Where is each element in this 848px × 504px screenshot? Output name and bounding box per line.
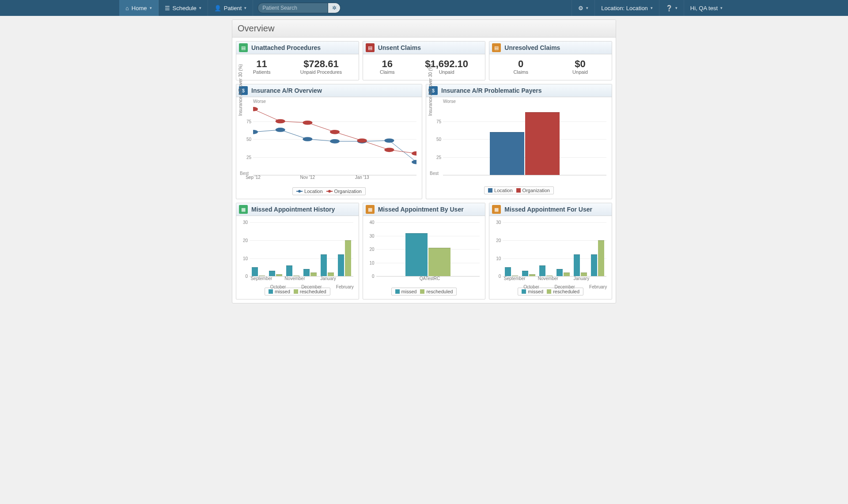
legend-label: Organization	[334, 189, 362, 194]
card-header: $ Insurance A/R Problematic Payers	[426, 84, 612, 97]
calendar-icon: ▦	[492, 205, 501, 214]
search-button[interactable]: ✲	[328, 3, 341, 13]
person-icon: 👤	[214, 5, 221, 11]
axis-note-best: Best	[430, 171, 439, 176]
legend-swatch	[294, 289, 298, 294]
legend-label: rescheduled	[553, 289, 579, 294]
card-missed-by-user: ▦ Missed Appointment By User 010203040 Q…	[363, 203, 486, 299]
chart-ar-payers: Worse Insurance A/R over 30 (%) 255075 B…	[430, 100, 608, 184]
x-axis-labels: Sep '12Nov '12Jan '13	[253, 175, 416, 184]
legend-swatch	[547, 289, 551, 294]
legend-row: Location Organization	[240, 186, 418, 195]
kpi-value: 11	[253, 59, 271, 69]
search-input[interactable]	[257, 3, 328, 13]
patient-search: ✲	[257, 0, 341, 16]
svg-point-13	[412, 152, 416, 156]
kpi: $728.61 Unpaid Procedures	[300, 59, 342, 75]
y-axis-label: Insurance A/R over 30 (%)	[238, 64, 243, 116]
kpi: 11 Patients	[253, 59, 271, 75]
legend-swatch	[420, 289, 424, 294]
kpi-label: Unpaid Procedures	[300, 69, 342, 75]
nav-patient[interactable]: 👤 Patient ▾	[208, 0, 253, 16]
clipboard-icon: ▤	[239, 43, 248, 52]
card-header: ▤ Unattached Procedures	[236, 42, 359, 54]
help-icon: ❔	[666, 5, 673, 11]
nav-user[interactable]: Hi, QA test ▾	[684, 0, 729, 16]
legend-row: missed rescheduled	[367, 288, 482, 296]
chart-body: 0102030 SeptemberOctoberNovemberDecember…	[236, 216, 359, 299]
legend-swatch	[488, 188, 492, 193]
card-header: ▦ Missed Appointment History	[236, 203, 359, 216]
card-unsent[interactable]: ▤ Unsent Claims 16 Claims $1,692.10 Unpa…	[363, 41, 486, 80]
legend-label: rescheduled	[426, 289, 453, 294]
nav-location[interactable]: Location: Location ▾	[594, 0, 659, 16]
legend-label: Location	[494, 188, 513, 193]
kpi-label: Patients	[253, 69, 271, 75]
card-unresolved[interactable]: ▤ Unresolved Claims 0 Claims $0 Unpaid	[489, 41, 612, 80]
card-title: Unsent Claims	[378, 44, 421, 51]
kpi-value: $728.61	[300, 59, 342, 69]
card-title: Insurance A/R Problematic Payers	[441, 87, 541, 94]
chart-body: 010203040 QATestRC missed rescheduled	[363, 216, 485, 299]
legend: Location Organization	[292, 187, 366, 195]
chart-body: 0102030 SeptemberOctoberNovemberDecember…	[489, 216, 612, 299]
caret-down-icon: ▾	[150, 6, 152, 10]
card-title: Missed Appointment History	[251, 206, 335, 213]
legend-swatch	[296, 191, 303, 192]
chart-missed-for-user: 0102030 SeptemberOctoberNovemberDecember…	[493, 219, 608, 285]
nav-left: ⌂ Home ▾ ☰ Schedule ▾ 👤 Patient ▾ ✲	[119, 0, 341, 16]
nav-location-label: Location: Location	[601, 5, 648, 11]
card-ar-payers: $ Insurance A/R Problematic Payers Worse…	[426, 84, 612, 199]
chart-missed-by-user: 010203040 QATestRC	[367, 219, 482, 285]
card-ar-overview: $ Insurance A/R Overview Worse Insurance…	[236, 84, 422, 199]
legend-label: missed	[528, 289, 543, 294]
document-icon: ▤	[492, 43, 501, 52]
chart-ar-overview: Worse Insurance A/R over 30 (%) 255075 B…	[240, 100, 418, 184]
svg-point-6	[412, 160, 416, 164]
nav-schedule[interactable]: ☰ Schedule ▾	[159, 0, 208, 16]
nav-home[interactable]: ⌂ Home ▾	[119, 0, 159, 16]
kpi-row: 16 Claims $1,692.10 Unpaid	[363, 54, 485, 80]
legend: missed rescheduled	[391, 288, 457, 296]
caret-down-icon: ▾	[199, 6, 201, 10]
nav-patient-label: Patient	[224, 5, 242, 11]
kpi-label: Claims	[380, 69, 395, 75]
svg-point-7	[253, 107, 258, 111]
x-axis-labels: QATestRC	[380, 276, 480, 285]
svg-point-11	[357, 139, 367, 143]
nav-settings[interactable]: ⚙ ▾	[572, 0, 594, 16]
caret-down-icon: ▾	[675, 6, 678, 10]
kpi-value: 0	[513, 59, 528, 69]
x-axis-labels	[443, 175, 606, 184]
svg-point-0	[253, 130, 258, 134]
legend-label: rescheduled	[300, 289, 326, 294]
chart-missed-history: 0102030 SeptemberOctoberNovemberDecember…	[240, 219, 355, 285]
page: Overview ▤ Unattached Procedures 11 Pati…	[232, 19, 616, 303]
kpi-value: 16	[380, 59, 395, 69]
nav-right: ⚙ ▾ Location: Location ▾ ❔ ▾ Hi, QA test…	[572, 0, 729, 16]
chart-body: Worse Insurance A/R over 30 (%) 255075 B…	[426, 97, 612, 198]
card-title: Insurance A/R Overview	[251, 87, 322, 94]
page-title: Overview	[232, 20, 616, 38]
nav-help[interactable]: ❔ ▾	[659, 0, 684, 16]
svg-point-10	[330, 130, 340, 134]
calendar-icon: ☰	[165, 5, 170, 11]
card-title: Unresolved Claims	[504, 44, 560, 51]
kpi-row: 11 Patients $728.61 Unpaid Procedures	[236, 54, 359, 80]
kpi: 16 Claims	[380, 59, 395, 75]
svg-point-8	[276, 119, 285, 124]
legend-label: missed	[401, 289, 417, 294]
legend-label: missed	[275, 289, 290, 294]
card-unattached[interactable]: ▤ Unattached Procedures 11 Patients $728…	[236, 41, 359, 80]
card-header: ▦ Missed Appointment For User	[489, 203, 612, 216]
legend-label: Organization	[522, 188, 550, 193]
chart-body: Worse Insurance A/R over 30 (%) 255075 B…	[236, 97, 422, 199]
x-axis-labels: SeptemberOctoberNovemberDecemberJanuaryF…	[506, 276, 606, 285]
chart-plot: 255075	[253, 103, 416, 175]
card-header: ▦ Missed Appointment By User	[363, 203, 485, 216]
calendar-icon: ▦	[366, 205, 375, 214]
legend: Location Organization	[484, 186, 554, 194]
kpi: $0 Unpaid	[572, 59, 588, 75]
card-missed-history: ▦ Missed Appointment History 0102030 Sep…	[236, 203, 359, 299]
card-title: Missed Appointment For User	[504, 206, 592, 213]
